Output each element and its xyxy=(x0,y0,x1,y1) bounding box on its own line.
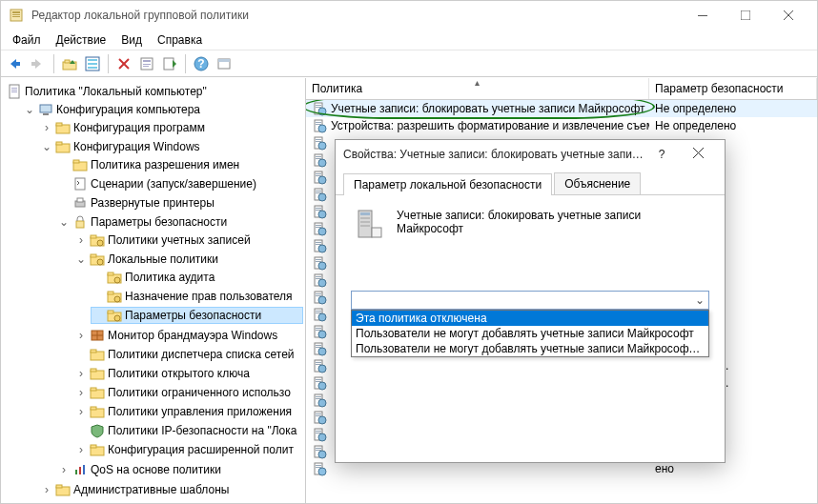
export-button[interactable] xyxy=(159,53,180,74)
properties-button[interactable] xyxy=(136,53,157,74)
menu-help[interactable]: Справка xyxy=(150,31,210,49)
svg-point-95 xyxy=(318,159,326,167)
tree-root[interactable]: Политика "Локальный компьютер" xyxy=(5,83,303,100)
dialog-close-button[interactable] xyxy=(679,148,717,161)
collapse-icon[interactable]: ⌄ xyxy=(75,252,87,266)
svg-point-143 xyxy=(318,365,326,373)
tree-label: Политики учетных записей xyxy=(108,233,251,247)
policy-tree[interactable]: Политика "Локальный компьютер" ⌄ Конфигу… xyxy=(3,82,303,501)
policy-item-icon xyxy=(312,444,327,459)
expand-icon[interactable]: › xyxy=(75,233,87,247)
tab-explanation[interactable]: Объяснение xyxy=(554,172,641,194)
collapse-icon[interactable]: ⌄ xyxy=(24,103,35,116)
tree-user-rights[interactable]: Назначение прав пользователя xyxy=(91,288,303,305)
tree-computer-config[interactable]: ⌄ Конфигурация компьютера xyxy=(22,101,303,118)
tree-software-restriction[interactable]: ›Политики ограниченного использо xyxy=(73,384,303,401)
expand-icon[interactable]: › xyxy=(41,121,52,134)
policy-item-icon xyxy=(312,221,327,236)
expand-icon[interactable]: › xyxy=(75,329,87,342)
menu-action[interactable]: Действие xyxy=(49,31,114,49)
computer-icon xyxy=(38,102,53,117)
tree-firewall[interactable]: ›Монитор брандмауэра Windows xyxy=(73,327,303,344)
tree-ipsec[interactable]: Политики IP-безопасности на "Лока xyxy=(73,422,303,439)
window-button[interactable] xyxy=(214,53,235,74)
policy-row[interactable]: Устройства: разрешить форматирование и и… xyxy=(306,117,817,134)
minimize-button[interactable] xyxy=(681,1,724,30)
policy-item-icon xyxy=(312,118,327,133)
expand-icon[interactable]: › xyxy=(58,463,70,476)
tree-audit-policy[interactable]: Политика аудита xyxy=(91,269,303,286)
combobox-option[interactable]: Пользователи не могут добавлять учетные … xyxy=(352,326,708,341)
expand-icon[interactable]: › xyxy=(41,483,52,496)
column-header-security[interactable]: Параметр безопасности xyxy=(649,78,817,99)
svg-point-123 xyxy=(318,279,326,287)
up-button[interactable] xyxy=(59,53,80,74)
tree-public-key[interactable]: ›Политики открытого ключа xyxy=(73,365,303,382)
expand-icon[interactable]: › xyxy=(75,405,87,418)
tree-label: Политика аудита xyxy=(125,271,215,284)
column-label: Параметр безопасности xyxy=(655,82,784,95)
policy-item-icon xyxy=(312,427,327,442)
tree-local-policies[interactable]: ⌄Локальные политики xyxy=(73,251,303,268)
toolbar-separator xyxy=(53,54,54,73)
tree-pane[interactable]: Политика "Локальный компьютер" ⌄ Конфигу… xyxy=(1,78,306,503)
collapse-icon[interactable]: ⌄ xyxy=(41,140,52,153)
policy-item-icon xyxy=(312,341,327,356)
delete-button[interactable] xyxy=(113,53,134,74)
forward-button[interactable] xyxy=(28,53,49,74)
tree-security-options[interactable]: Параметры безопасности xyxy=(91,307,303,324)
tree-scripts[interactable]: Сценарии (запуск/завершение) xyxy=(56,175,303,192)
tree-printers[interactable]: Развернутые принтеры xyxy=(56,194,303,212)
svg-rect-117 xyxy=(316,259,321,260)
tree-qos[interactable]: ›QoS на основе политики xyxy=(56,461,303,478)
expand-icon[interactable]: › xyxy=(75,443,87,456)
list-button[interactable] xyxy=(82,53,103,74)
tree-label: Развернутые принтеры xyxy=(91,196,215,210)
maximize-button[interactable] xyxy=(724,1,767,30)
svg-point-87 xyxy=(318,125,326,132)
svg-point-58 xyxy=(114,296,120,302)
policy-row[interactable]: Учетные записи: блокировать учетные запи… xyxy=(306,100,817,117)
svg-rect-162 xyxy=(316,450,321,451)
menu-view[interactable]: Вид xyxy=(113,31,150,49)
expand-icon[interactable]: › xyxy=(75,367,87,380)
svg-point-111 xyxy=(318,228,326,235)
back-button[interactable] xyxy=(5,53,26,74)
svg-rect-17 xyxy=(88,63,97,65)
column-header-policy[interactable]: ▴ Политика xyxy=(306,78,649,99)
dialog-titlebar: Свойства: Учетные записи: блокировать уч… xyxy=(336,140,725,169)
menu-file[interactable]: Файл xyxy=(5,31,49,49)
combobox-dropdown[interactable]: Эта политика отключенаПользователи не мо… xyxy=(351,310,709,357)
svg-rect-43 xyxy=(75,178,85,190)
tree-admin-templates[interactable]: ›Административные шаблоны xyxy=(39,481,303,498)
tree-software[interactable]: ›Конфигурация программ xyxy=(39,119,303,136)
expand-icon[interactable]: › xyxy=(75,386,87,399)
combobox-option[interactable]: Эта политика отключена xyxy=(352,311,708,326)
close-button[interactable] xyxy=(767,1,809,30)
svg-rect-30 xyxy=(218,59,230,62)
combobox-option[interactable]: Пользователи не могут добавлять учетные … xyxy=(352,341,708,356)
svg-point-131 xyxy=(318,313,326,321)
policy-combobox[interactable]: ⌄ xyxy=(351,291,709,310)
dialog-help-button[interactable]: ? xyxy=(644,148,679,161)
folder-icon xyxy=(55,139,71,154)
tree-app-control[interactable]: ›Политики управления приложения xyxy=(73,403,303,420)
collapse-icon[interactable]: ⌄ xyxy=(58,215,70,229)
help-button[interactable]: ? xyxy=(191,53,212,74)
tree-windows-config[interactable]: ⌄Конфигурация Windows xyxy=(39,138,303,155)
tree-advanced-audit[interactable]: ›Конфигурация расширенной полит xyxy=(73,441,303,458)
svg-point-139 xyxy=(318,348,326,355)
policy-item-icon xyxy=(312,255,327,271)
svg-rect-110 xyxy=(316,227,321,228)
tab-local-security[interactable]: Параметр локальной безопасности xyxy=(343,173,552,195)
tree-account-policies[interactable]: ›Политики учетных записей xyxy=(73,232,303,249)
firewall-icon xyxy=(90,328,105,343)
policy-item-icon xyxy=(312,290,327,305)
tree-network-list[interactable]: Политики диспетчера списка сетей xyxy=(73,346,303,363)
tree-name-resolution[interactable]: Политика разрешения имен xyxy=(56,156,303,173)
svg-point-127 xyxy=(318,296,326,304)
menubar: Файл Действие Вид Справка xyxy=(1,30,817,50)
svg-point-99 xyxy=(318,176,326,184)
app-icon xyxy=(9,8,24,23)
tree-security-settings[interactable]: ⌄Параметры безопасности xyxy=(56,213,303,231)
